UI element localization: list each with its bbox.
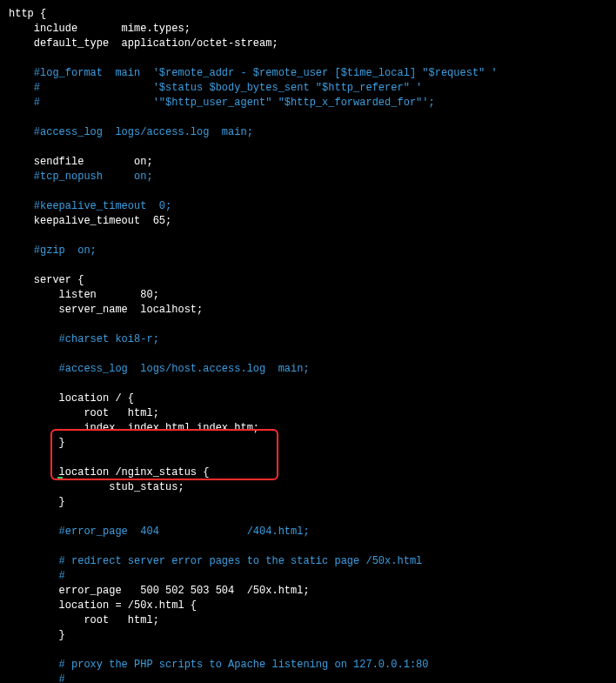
code-line <box>9 451 607 465</box>
code-line: # proxy the PHP scripts to Apache listen… <box>9 658 607 673</box>
code-line: #tcp_nopush on; <box>9 170 607 184</box>
code-line: location = /50x.html { <box>9 599 607 613</box>
code-line: #access_log logs/host.access.log main; <box>9 362 607 377</box>
code-line: } <box>9 436 607 451</box>
code-line: root html; <box>9 406 607 421</box>
code-line <box>9 318 607 332</box>
code-line: } <box>9 495 607 510</box>
code-line: server { <box>9 273 607 288</box>
code-line: include mime.types; <box>9 22 607 37</box>
code-line: root html; <box>9 613 607 628</box>
code-line: stub_status; <box>9 480 607 495</box>
code-line: location /nginx_status { <box>9 465 607 480</box>
code-line <box>9 643 607 658</box>
code-line <box>9 377 607 392</box>
code-line: # <box>9 673 607 683</box>
code-line <box>9 110 607 125</box>
cursor-indicator <box>57 477 63 479</box>
code-line: #error_page 404 /404.html; <box>9 525 607 539</box>
code-line <box>9 184 607 199</box>
code-line: server_name localhost; <box>9 303 607 318</box>
code-line <box>9 51 607 66</box>
terminal-window: http { include mime.types; default_type … <box>0 0 616 683</box>
code-line: #keepalive_timeout 0; <box>9 199 607 214</box>
code-line: # redirect server error pages to the sta… <box>9 554 607 569</box>
code-line: http { <box>9 7 607 22</box>
code-line: #access_log logs/access.log main; <box>9 125 607 140</box>
code-line: sendfile on; <box>9 155 607 170</box>
code-line: # <box>9 569 607 584</box>
code-line <box>9 229 607 244</box>
code-line: error_page 500 502 503 504 /50x.html; <box>9 584 607 599</box>
code-line <box>9 258 607 273</box>
code-line: # '$status $body_bytes_sent "$http_refer… <box>9 81 607 96</box>
code-line <box>9 347 607 362</box>
config-code-block: http { include mime.types; default_type … <box>9 7 607 683</box>
code-line: location / { <box>9 392 607 406</box>
code-line <box>9 539 607 554</box>
code-line: #charset koi8-r; <box>9 332 607 347</box>
code-line: default_type application/octet-stream; <box>9 37 607 51</box>
code-line: #log_format main '$remote_addr - $remote… <box>9 66 607 81</box>
code-line: listen 80; <box>9 288 607 303</box>
code-line <box>9 140 607 155</box>
code-line: } <box>9 628 607 643</box>
code-line <box>9 510 607 525</box>
code-line: #gzip on; <box>9 244 607 258</box>
code-line: # '"$http_user_agent" "$http_x_forwarded… <box>9 96 607 110</box>
code-line: keepalive_timeout 65; <box>9 214 607 229</box>
code-line: index index.html index.htm; <box>9 421 607 436</box>
